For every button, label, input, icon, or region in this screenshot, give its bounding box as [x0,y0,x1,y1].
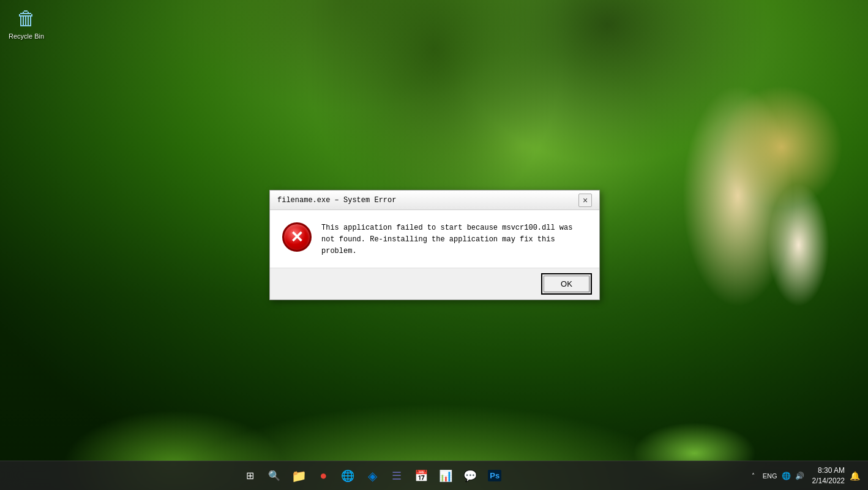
clock-time: 8:30 AM [812,466,845,476]
language-indicator[interactable]: ENG [761,470,779,482]
excel-icon: 📊 [439,469,452,483]
browser2-taskbar-icon[interactable]: 🌐 [337,465,359,487]
edge-icon: ◈ [368,469,377,483]
recycle-bin-label: Recycle Bin [9,32,44,40]
file-explorer-taskbar-icon[interactable]: 📁 [288,465,310,487]
browser2-icon: 🌐 [341,469,354,483]
messenger-taskbar-icon[interactable]: 💬 [459,465,481,487]
clock[interactable]: 8:30 AM 2/14/2022 [812,466,845,486]
photoshop-icon: Ps [488,470,501,481]
taskbar-left: ⊞ 🔍 📁 ● 🌐 ◈ ☰ [0,465,745,487]
dialog-titlebar: filename.exe – System Error × [270,190,599,210]
excel-taskbar-icon[interactable]: 📊 [435,465,457,487]
dialog-close-button[interactable]: × [578,194,592,207]
tray-icons: ˄ ENG 🌐 🔊 [745,470,809,482]
system-tray: ˄ ENG 🌐 🔊 8:30 AM 2/14/2022 🔔 [745,466,868,486]
dialog-body: ✕ This application failed to start becau… [270,210,599,268]
recycle-bin-graphic: 🗑 [17,7,36,30]
photoshop-taskbar-icon[interactable]: Ps [484,465,506,487]
edge-taskbar-icon[interactable]: ◈ [361,465,383,487]
recycle-bin-icon[interactable]: 🗑 Recycle Bin [5,5,48,42]
search-button[interactable]: 🔍 [263,465,285,487]
teams-icon: ☰ [392,469,402,483]
start-button[interactable]: ⊞ [239,465,261,487]
chrome-icon: ● [320,469,327,483]
folder-icon: 📁 [291,469,307,483]
tray-expand-button[interactable]: ˄ [747,470,760,482]
ok-button[interactable]: OK [544,276,589,292]
error-circle-icon: ✕ [282,222,312,252]
error-icon-container: ✕ [282,222,312,252]
messenger-icon: 💬 [463,469,477,483]
taskbar: ⊞ 🔍 📁 ● 🌐 ◈ ☰ [0,461,868,490]
search-icon: 🔍 [268,470,280,481]
error-dialog: filename.exe – System Error × ✕ This app… [269,190,600,300]
dialog-title: filename.exe – System Error [277,196,396,205]
dialog-footer: OK [270,268,599,300]
notification-icon[interactable]: 🔔 [848,470,861,482]
windows-logo-icon: ⊞ [246,470,254,481]
teams-taskbar-icon[interactable]: ☰ [386,465,408,487]
calendar-icon: 📅 [414,469,428,483]
calendar-taskbar-icon[interactable]: 📅 [410,465,432,487]
network-icon[interactable]: 🌐 [780,470,793,482]
volume-icon[interactable]: 🔊 [794,470,806,482]
clock-date: 2/14/2022 [812,476,845,486]
desktop: 🗑 Recycle Bin filename.exe – System Erro… [0,0,868,490]
dialog-message: This application failed to start because… [321,222,587,258]
chrome-taskbar-icon[interactable]: ● [312,465,334,487]
